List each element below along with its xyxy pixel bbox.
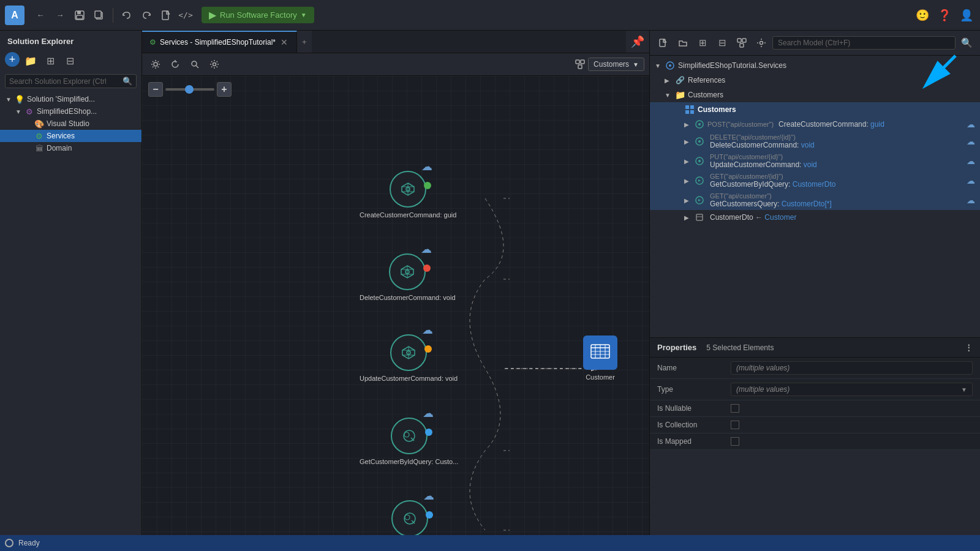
sidebar-toolbar: + 📁 ⊞ ⊟ bbox=[0, 50, 141, 72]
user-btn[interactable]: 👤 bbox=[958, 7, 975, 24]
nullable-checkbox[interactable] bbox=[731, 404, 739, 413]
main-area: Solution Explorer + 📁 ⊞ ⊟ 🔍 ▼ 💡 Solution… bbox=[0, 31, 980, 535]
tab-add-btn[interactable]: + bbox=[297, 31, 312, 53]
tab-label: Services - SimplifiedEShopTutorial* bbox=[160, 38, 276, 47]
model-getall-query[interactable]: ▶ GET("api/customer") GetCustomersQuery:… bbox=[650, 190, 980, 210]
model-search-container bbox=[772, 36, 956, 50]
node-getbyid[interactable]: ☁ GetCustomerByIdQuery: Custo... bbox=[360, 418, 458, 465]
model-tool-collapse[interactable]: ⊟ bbox=[714, 34, 731, 51]
run-software-factory-btn[interactable]: ▶ Run Software Factory ▼ bbox=[202, 7, 314, 23]
getbyid-node-icon bbox=[391, 418, 428, 454]
sidebar-add-btn[interactable]: + bbox=[5, 52, 20, 67]
tree-item-solution[interactable]: ▼ 💡 Solution 'Simplified... bbox=[0, 93, 141, 105]
node-getall[interactable]: ☁ GetCustomersQuery: Customer... bbox=[360, 500, 459, 535]
svg-rect-4 bbox=[95, 11, 101, 18]
canvas-tool-search[interactable] bbox=[186, 56, 203, 73]
ref-arrow: ▶ bbox=[665, 77, 672, 84]
sidebar-expand-btn[interactable]: ⊞ bbox=[42, 52, 59, 69]
model-tool-diagram[interactable] bbox=[733, 34, 750, 51]
collection-checkbox[interactable] bbox=[731, 421, 739, 429]
zoom-out-btn[interactable]: − bbox=[148, 82, 163, 97]
mapped-checkbox[interactable] bbox=[731, 437, 739, 446]
canvas-toolbar: Customers ▼ bbox=[142, 53, 649, 76]
sidebar-search-input[interactable] bbox=[9, 77, 123, 86]
model-create-cmd[interactable]: ▶ POST("api/customer") CreateCustomerCom… bbox=[650, 117, 980, 132]
root-arrow: ▼ bbox=[655, 62, 662, 69]
blue-arrow-indicator bbox=[919, 50, 968, 100]
svg-rect-2 bbox=[77, 15, 83, 19]
model-customers-node[interactable]: ▼ Customers bbox=[650, 102, 980, 117]
tree-item-visualstudio[interactable]: ▶ 🎨 Visual Studio bbox=[0, 118, 141, 130]
model-tool-open[interactable] bbox=[674, 34, 692, 51]
solution-tree: ▼ 💡 Solution 'Simplified... ▼ ⚙ Simplifi… bbox=[0, 91, 141, 535]
canvas-tool-refresh[interactable] bbox=[167, 56, 184, 73]
properties-menu-btn[interactable]: ⋮ bbox=[965, 343, 973, 352]
canvas-drawing-area[interactable]: − + bbox=[142, 76, 649, 535]
emoji-btn[interactable]: 🙂 bbox=[914, 7, 931, 24]
model-getbyid-query[interactable]: ▶ GET("api/customer/{id}") GetCustomerBy… bbox=[650, 171, 980, 190]
canvas-tool-config[interactable] bbox=[147, 56, 164, 73]
zoom-thumb bbox=[185, 85, 194, 94]
file-btn[interactable] bbox=[157, 7, 175, 24]
model-update-cmd[interactable]: ▶ PUT("api/customer/{id}") UpdateCustome… bbox=[650, 151, 980, 171]
nav-back-btn[interactable]: ← bbox=[32, 7, 49, 24]
mapped-label: Is Mapped bbox=[657, 437, 731, 446]
model-delete-cmd[interactable]: ▶ DELETE("api/customer/{id}") DeleteCust… bbox=[650, 132, 980, 151]
sidebar-collapse-btn[interactable]: ⊟ bbox=[61, 52, 78, 69]
type-chevron: ▼ bbox=[961, 386, 967, 393]
model-customerdto[interactable]: ▶ CustomerDto ← Customer bbox=[650, 210, 980, 225]
services-icon: ⚙ bbox=[34, 131, 44, 141]
svg-line-8 bbox=[196, 66, 198, 68]
node-update-customer[interactable]: ☁ UpdateCustomerCommand: void bbox=[360, 334, 458, 382]
zoom-in-btn[interactable]: + bbox=[217, 82, 232, 97]
tree-item-domain[interactable]: ▶ 🏛 Domain bbox=[0, 142, 141, 154]
nav-forward-btn[interactable]: → bbox=[51, 7, 69, 24]
tree-item-services[interactable]: ▶ ⚙ Services bbox=[0, 130, 141, 142]
type-label: Type bbox=[657, 385, 731, 394]
svg-rect-36 bbox=[740, 43, 744, 47]
name-label: Name bbox=[657, 364, 731, 372]
tab-pin-btn[interactable]: 📌 bbox=[626, 31, 649, 53]
getall-dot bbox=[426, 511, 433, 519]
code-btn[interactable]: </> bbox=[177, 7, 194, 24]
canvas-tool-gear[interactable] bbox=[206, 56, 223, 73]
collection-label: Is Collection bbox=[657, 421, 731, 429]
help-btn[interactable]: ❓ bbox=[936, 7, 953, 24]
svg-rect-52 bbox=[696, 214, 703, 220]
run-dropdown-arrow[interactable]: ▼ bbox=[301, 12, 307, 18]
model-tool-gear[interactable] bbox=[753, 34, 770, 51]
svg-point-47 bbox=[698, 140, 701, 143]
type-value[interactable]: (multiple values) ▼ bbox=[731, 383, 973, 396]
copy-btn[interactable] bbox=[91, 7, 108, 24]
customer-entity-node[interactable]: Customer bbox=[583, 335, 617, 381]
create-node-label: CreateCustomerCommand: guid bbox=[360, 211, 456, 219]
update-node-label: UpdateCustomerCommand: void bbox=[360, 375, 458, 382]
update-cmd-label: UpdateCustomerCommand: void bbox=[710, 160, 964, 169]
node-create-customer[interactable]: ☁ CreateCustomerCommand: guid bbox=[360, 171, 456, 219]
sidebar-folder-btn[interactable]: 📁 bbox=[22, 52, 39, 69]
tab-services[interactable]: ⚙ Services - SimplifiedEShopTutorial* ✕ bbox=[142, 31, 297, 53]
svg-rect-34 bbox=[737, 39, 741, 42]
zoom-slider[interactable] bbox=[165, 88, 214, 91]
svg-rect-12 bbox=[578, 65, 582, 69]
model-search-input[interactable] bbox=[772, 36, 956, 50]
top-toolbar: A ← → </> ▶ Run Software Factory ▼ 🙂 ❓ 👤 bbox=[0, 0, 980, 31]
getbyid-label: GetCustomerByIdQuery: CustomerDto bbox=[710, 180, 964, 189]
update-http-label: PUT("api/customer/{id}") bbox=[710, 153, 964, 160]
svg-point-37 bbox=[760, 42, 763, 45]
tab-close-btn[interactable]: ✕ bbox=[279, 36, 289, 48]
node-delete-customer[interactable]: ☁ DeleteCustomerCommand: void bbox=[360, 253, 456, 301]
model-tool-expand[interactable]: ⊞ bbox=[694, 34, 711, 51]
model-tool-new[interactable] bbox=[655, 34, 672, 51]
solution-explorer-panel: Solution Explorer + 📁 ⊞ ⊟ 🔍 ▼ 💡 Solution… bbox=[0, 31, 142, 535]
name-value[interactable]: (multiple values) bbox=[731, 361, 973, 375]
root-icon bbox=[665, 60, 676, 71]
ref-icon: 🔗 bbox=[674, 75, 685, 86]
tree-item-simplifiedeshop[interactable]: ▼ ⚙ SimplifiedEShop... bbox=[0, 105, 141, 118]
status-bar: Ready bbox=[0, 535, 980, 551]
undo-btn[interactable] bbox=[118, 7, 135, 24]
model-search-icon[interactable]: 🔍 bbox=[958, 34, 975, 51]
save-btn[interactable] bbox=[71, 7, 88, 24]
customers-dropdown[interactable]: Customers ▼ bbox=[588, 58, 644, 71]
redo-btn[interactable] bbox=[138, 7, 155, 24]
